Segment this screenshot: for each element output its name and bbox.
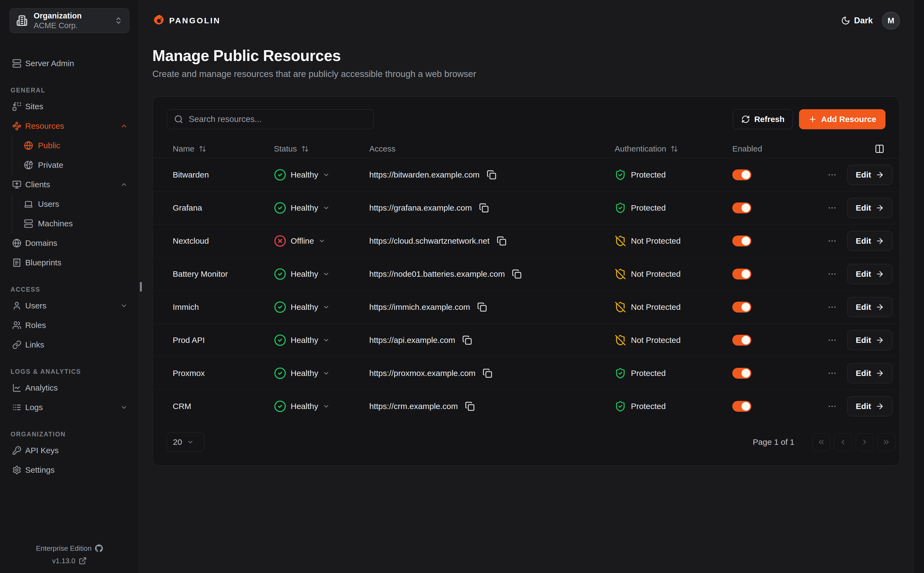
resource-url: https://immich.example.com [369, 302, 470, 312]
sidebar-item-api-keys[interactable]: API Keys [9, 441, 129, 460]
circle-check-icon [274, 301, 286, 313]
copy-url-button[interactable] [482, 368, 492, 378]
edition-link[interactable]: Enterprise Edition [9, 542, 129, 554]
link-icon [12, 340, 22, 349]
org-switcher[interactable]: Organization ACME Corp. [9, 8, 129, 33]
sidebar-item-roles[interactable]: Roles [9, 316, 129, 335]
column-header-name[interactable]: Name [153, 144, 274, 153]
status-badge[interactable]: Healthy [274, 169, 330, 181]
scrollbar-gutter[interactable] [913, 0, 924, 573]
refresh-button[interactable]: Refresh [733, 109, 793, 129]
next-page-button[interactable] [856, 433, 874, 451]
last-page-button[interactable] [877, 433, 895, 451]
section-label-logs-analytics: LOGS & ANALYTICS [11, 368, 129, 376]
status-badge[interactable]: Healthy [274, 202, 330, 214]
row-menu-button[interactable] [827, 335, 837, 345]
sidebar-item-label: API Keys [25, 446, 128, 455]
status-badge[interactable]: Healthy [274, 367, 330, 379]
copy-url-button[interactable] [479, 203, 489, 213]
status-badge[interactable]: Healthy [274, 301, 330, 313]
refresh-label: Refresh [754, 115, 785, 124]
refresh-icon [741, 115, 750, 124]
enabled-toggle[interactable] [732, 202, 751, 213]
avatar[interactable]: M [882, 12, 900, 30]
sidebar-item-links[interactable]: Links [9, 335, 129, 355]
copy-url-button[interactable] [497, 236, 506, 246]
chevron-left-icon [839, 438, 847, 446]
row-menu-button[interactable] [827, 236, 837, 246]
enabled-toggle[interactable] [732, 169, 751, 180]
copy-url-button[interactable] [512, 269, 522, 279]
sort-icon [670, 145, 678, 153]
edit-button[interactable]: Edit [847, 198, 893, 218]
prev-page-button[interactable] [834, 433, 852, 451]
column-header-status[interactable]: Status [274, 144, 369, 153]
columns-layout-button[interactable] [875, 144, 885, 154]
sidebar-item-clients[interactable]: Clients [9, 175, 129, 194]
status-badge[interactable]: Offline [274, 235, 325, 247]
copy-url-button[interactable] [462, 335, 472, 345]
chevron-down-icon [323, 304, 330, 311]
row-menu-button[interactable] [827, 170, 837, 180]
sidebar-item-resources[interactable]: Resources [9, 116, 129, 136]
add-resource-button[interactable]: Add Resource [799, 109, 885, 129]
sidebar-item-machines[interactable]: Machines [24, 214, 129, 233]
enabled-toggle[interactable] [732, 302, 751, 313]
ellipsis-icon [827, 335, 837, 345]
sidebar-item-users[interactable]: Users [9, 296, 129, 316]
sidebar-item-analytics[interactable]: Analytics [9, 378, 129, 398]
enabled-toggle[interactable] [732, 269, 751, 279]
edit-button[interactable]: Edit [847, 264, 893, 284]
enabled-toggle[interactable] [732, 236, 751, 246]
sidebar-item-logs[interactable]: Logs [9, 398, 129, 417]
sidebar-resize-handle[interactable] [140, 282, 142, 292]
brand[interactable]: PANGOLIN [152, 14, 221, 27]
sidebar-item-private[interactable]: Private [24, 155, 129, 175]
first-page-button[interactable] [812, 433, 830, 451]
theme-toggle[interactable]: Dark [841, 16, 873, 25]
row-menu-button[interactable] [827, 368, 837, 378]
pagination: 20 Page 1 of 1 [153, 423, 900, 466]
enabled-toggle[interactable] [732, 335, 751, 346]
sidebar-item-public[interactable]: Public [24, 136, 129, 155]
copy-url-button[interactable] [477, 302, 487, 312]
sidebar-item-settings[interactable]: Settings [9, 460, 129, 480]
search-input[interactable] [189, 114, 366, 124]
sidebar-item-domains[interactable]: Domains [9, 233, 129, 253]
status-badge[interactable]: Healthy [274, 400, 330, 413]
edit-button[interactable]: Edit [847, 297, 893, 317]
add-resource-label: Add Resource [821, 115, 876, 124]
edit-button[interactable]: Edit [847, 330, 893, 350]
copy-icon [482, 368, 492, 378]
copy-icon [477, 302, 487, 312]
version-link[interactable]: v1.13.0 [9, 554, 129, 567]
row-menu-button[interactable] [827, 302, 837, 312]
column-header-access: Access [369, 144, 615, 153]
app: Organization ACME Corp. Server Admin GEN… [0, 0, 924, 573]
row-menu-button[interactable] [827, 203, 837, 213]
sidebar-item-sites[interactable]: Sites [9, 97, 129, 116]
status-badge[interactable]: Healthy [274, 268, 330, 280]
copy-url-button[interactable] [465, 401, 475, 411]
enabled-toggle[interactable] [732, 401, 751, 412]
edit-button[interactable]: Edit [847, 165, 893, 185]
row-menu-button[interactable] [827, 269, 837, 279]
status-badge[interactable]: Healthy [274, 334, 330, 346]
column-header-authentication[interactable]: Authentication [615, 144, 732, 153]
edit-button[interactable]: Edit [847, 363, 893, 383]
table-row: GrafanaHealthyhttps://grafana.example.co… [153, 191, 900, 224]
resource-url: https://bitwarden.example.com [369, 170, 479, 179]
sidebar-item-server-admin[interactable]: Server Admin [9, 54, 129, 73]
edit-button[interactable]: Edit [847, 231, 893, 251]
page-size-select[interactable]: 20 [167, 433, 204, 452]
copy-url-button[interactable] [487, 170, 496, 180]
auth-badge: Protected [615, 169, 666, 180]
sort-icon [301, 145, 309, 153]
edit-button[interactable]: Edit [847, 396, 893, 416]
resources-table: Name Status Access Authentication [153, 139, 900, 423]
enabled-toggle[interactable] [732, 368, 751, 379]
sidebar-item-client-users[interactable]: Users [24, 194, 129, 214]
row-menu-button[interactable] [827, 401, 837, 411]
sidebar-item-blueprints[interactable]: Blueprints [9, 253, 129, 272]
table-row: Prod APIHealthyhttps://api.example.comNo… [153, 324, 900, 357]
